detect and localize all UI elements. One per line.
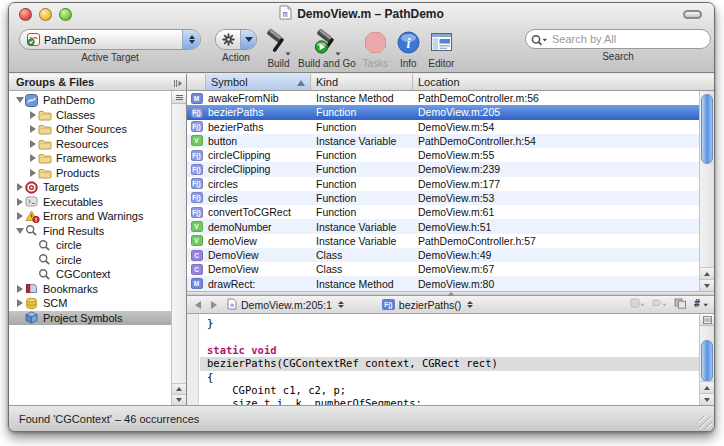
sidebar-item-resources[interactable]: Resources — [9, 137, 171, 152]
titlebar[interactable]: m DemoView.m – PathDemo — [9, 3, 714, 25]
search-input[interactable] — [525, 29, 711, 49]
disclosure-triangle-icon[interactable] — [27, 140, 38, 148]
table-row[interactable]: F() bezierPaths Function DemoView.m:54 — [187, 120, 714, 134]
sidebar-item-other-sources[interactable]: Other Sources — [9, 122, 171, 137]
sidebar-item-scm[interactable]: SCM — [9, 296, 171, 311]
sidebar-item-products[interactable]: Products — [9, 166, 171, 181]
scrollbar-thumb[interactable] — [701, 94, 713, 164]
table-row[interactable]: V demoNumber Instance Variable DemoView.… — [187, 219, 714, 233]
scroll-up-arrow[interactable] — [172, 383, 186, 394]
table-row[interactable]: M awakeFromNib Instance Method PathDemoC… — [187, 91, 714, 105]
sidebar-split-icon[interactable] — [173, 78, 183, 90]
disclosure-triangle-icon[interactable] — [14, 198, 25, 206]
cell-location: PathDemoController.h:57 — [413, 235, 714, 247]
toolbar-button-label: Build and Go — [298, 58, 356, 69]
table-scrollbar[interactable] — [699, 91, 714, 291]
table-row[interactable]: M drawRect: Instance Method DemoView.m:8… — [187, 276, 714, 290]
sidebar-item-errors-and-warnings[interactable]: Errors and Warnings — [9, 209, 171, 224]
scroll-down-arrow[interactable] — [700, 279, 714, 291]
function-popup[interactable]: F() bezierPaths() — [379, 299, 476, 311]
disclosure-triangle-icon[interactable] — [14, 212, 25, 220]
sidebar-item-cgcontext[interactable]: CGContext — [9, 267, 171, 282]
groups-files-sidebar: Groups & Files PathDemo Classes Other So… — [9, 74, 187, 405]
horizontal-splitter[interactable] — [187, 291, 714, 296]
cell-location: DemoView.m:177 — [413, 178, 714, 190]
scroll-down-arrow[interactable] — [700, 393, 714, 405]
scrollbar-thumb[interactable] — [701, 340, 713, 382]
sidebar-item-label: Other Sources — [56, 123, 127, 135]
sidebar-item-find-results[interactable]: Find Results — [9, 224, 171, 239]
tasks-stop-icon — [362, 29, 389, 56]
build-and-go-button[interactable]: Build and Go — [298, 29, 356, 69]
stepper-icon — [467, 301, 473, 308]
resize-grip[interactable] — [699, 416, 712, 429]
table-row[interactable]: F() convertToCGRect Function DemoView.m:… — [187, 205, 714, 219]
table-row[interactable]: V button Instance Variable PathDemoContr… — [187, 134, 714, 148]
disclosure-triangle-icon[interactable] — [27, 154, 38, 162]
cell-kind: Function — [311, 149, 413, 161]
forward-button[interactable] — [208, 301, 220, 309]
code-area[interactable]: }static voidbezierPaths(CGContextRef con… — [200, 317, 699, 405]
disclosure-triangle-icon[interactable] — [27, 125, 38, 133]
symbol-kind-badge-icon: C — [191, 264, 203, 275]
column-header-kind[interactable]: Kind — [311, 74, 413, 90]
sidebar-item-circle[interactable]: circle — [9, 238, 171, 253]
table-row[interactable]: F() circles Function DemoView.m:53 — [187, 191, 714, 205]
scroll-down-arrow[interactable] — [172, 394, 186, 405]
editor-scrollbar[interactable] — [699, 314, 714, 405]
sidebar-item-classes[interactable]: Classes — [9, 108, 171, 123]
code-editor[interactable]: }static voidbezierPaths(CGContextRef con… — [187, 314, 714, 405]
table-row[interactable]: V demoView Instance Variable PathDemoCon… — [187, 234, 714, 248]
sidebar-item-bookmarks[interactable]: Bookmarks — [9, 282, 171, 297]
scroll-up-arrow[interactable] — [700, 381, 714, 393]
column-header-location[interactable]: Location — [413, 74, 714, 90]
action-button[interactable] — [215, 29, 257, 50]
table-row[interactable]: C DemoView Class DemoView.m:67 — [187, 262, 714, 276]
sidebar-item-circle[interactable]: circle — [9, 253, 171, 268]
table-row[interactable]: F() circleClipping Function DemoView.m:2… — [187, 162, 714, 176]
table-row[interactable]: F() circleClipping Function DemoView.m:5… — [187, 148, 714, 162]
split-editor-button[interactable] — [700, 314, 714, 326]
editor-button[interactable]: Editor — [428, 29, 455, 69]
sidebar-item-label: Products — [56, 167, 99, 179]
line-numbers-menu-icon[interactable]: # — [694, 298, 709, 311]
column-header-symbol[interactable]: Symbol — [206, 74, 311, 90]
search-icon[interactable] — [531, 33, 548, 51]
view-options-button[interactable] — [172, 91, 186, 104]
table-row[interactable]: F() circles Function DemoView.m:177 — [187, 177, 714, 191]
column-header-icon[interactable] — [187, 74, 206, 90]
table-row[interactable]: F() bezierPaths Function DemoView.m:205 — [187, 105, 714, 119]
sidebar-item-pathdemo[interactable]: PathDemo — [9, 93, 171, 108]
sidebar-item-targets[interactable]: Targets — [9, 180, 171, 195]
function-popup-value: bezierPaths() — [399, 299, 461, 311]
toolbar-toggle-button[interactable] — [683, 10, 702, 19]
info-button[interactable]: i Info — [395, 29, 422, 69]
svg-text:i: i — [406, 36, 410, 51]
disclosure-triangle-icon[interactable] — [27, 169, 38, 177]
disclosure-triangle-icon[interactable] — [14, 299, 25, 307]
cell-symbol: awakeFromNib — [206, 92, 311, 104]
breakpoints-menu-icon[interactable] — [652, 298, 667, 311]
disclosure-triangle-icon[interactable] — [27, 111, 38, 119]
counterpart-icon[interactable] — [674, 298, 687, 311]
sidebar-scrollbar[interactable] — [171, 91, 186, 405]
bookmarks-menu-icon[interactable] — [630, 298, 645, 311]
sidebar-item-executables[interactable]: Executables — [9, 195, 171, 210]
disclosure-triangle-icon[interactable] — [14, 97, 25, 103]
disclosure-triangle-icon[interactable] — [14, 285, 25, 293]
symbol-kind-badge-icon: C — [191, 250, 203, 261]
disclosure-triangle-icon[interactable] — [14, 183, 25, 191]
sidebar-item-project-symbols[interactable]: Project Symbols — [9, 311, 171, 326]
cell-kind: Instance Method — [311, 92, 413, 104]
symbol-kind-badge-icon: M — [191, 93, 203, 104]
file-history-popup[interactable]: m DemoView.m:205:1 — [224, 298, 347, 312]
table-row[interactable]: C DemoView Class DemoView.h:49 — [187, 248, 714, 262]
build-button[interactable]: Build — [265, 29, 292, 69]
sidebar-item-frameworks[interactable]: Frameworks — [9, 151, 171, 166]
cell-location: DemoView.m:80 — [413, 278, 714, 290]
cell-location: DemoView.m:53 — [413, 192, 714, 204]
scroll-up-arrow[interactable] — [700, 267, 714, 279]
disclosure-triangle-icon[interactable] — [14, 228, 25, 234]
active-target-popup[interactable]: PathDemo — [19, 29, 201, 50]
back-button[interactable] — [192, 301, 204, 309]
